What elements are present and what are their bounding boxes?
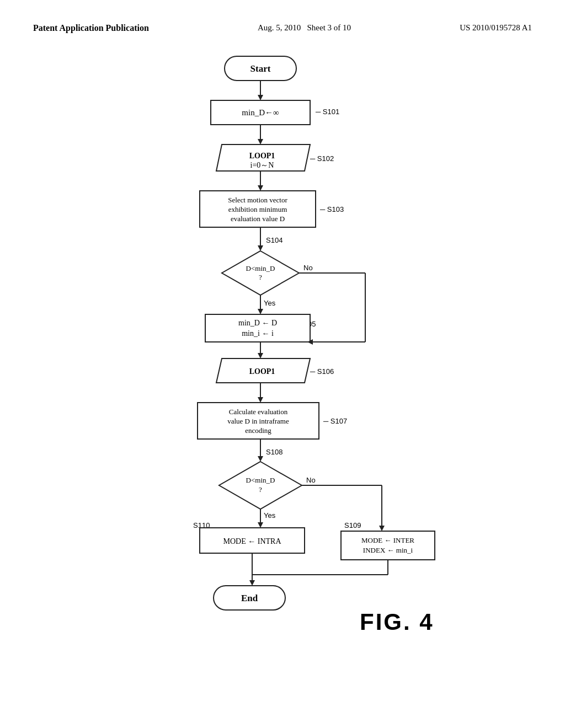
- s107-text1: Calculate evaluation: [229, 408, 288, 416]
- svg-marker-2: [258, 95, 263, 100]
- svg-rect-36: [341, 531, 435, 560]
- s108-yes-label: Yes: [264, 511, 276, 520]
- s104-text1: D<min_D: [246, 264, 275, 272]
- svg-marker-25: [258, 397, 263, 403]
- s109-text2: INDEX ← min_i: [363, 546, 413, 554]
- fig-label: FIG. 4: [360, 609, 434, 635]
- s105-text2: min_i ← i: [242, 329, 274, 338]
- s103-text3: evaluation value D: [231, 215, 285, 223]
- publication-title: Patent Application Publication: [33, 22, 149, 34]
- s108-text2: ?: [259, 485, 262, 494]
- flowchart-container: Start min_D←∞ ─ S101 LOOP1 i=0～N ─ S102 …: [89, 45, 476, 654]
- start-label: Start: [250, 63, 271, 74]
- s108-no-label: No: [306, 476, 316, 484]
- s104-text2: ?: [259, 273, 262, 281]
- svg-marker-41: [249, 580, 255, 586]
- s106-label: ─ S106: [310, 367, 334, 376]
- s104-no-label: No: [303, 264, 313, 272]
- s110-text: MODE ← INTRA: [223, 537, 282, 545]
- svg-marker-14: [258, 309, 263, 314]
- s103-label: ─ S103: [319, 205, 344, 213]
- page-header: Patent Application Publication Aug. 5, 2…: [0, 0, 565, 45]
- s109-text1: MODE ← INTER: [361, 536, 414, 544]
- s109-label: S109: [344, 521, 361, 529]
- svg-marker-22: [258, 353, 263, 358]
- svg-marker-31: [258, 522, 263, 528]
- s102-text1: LOOP1: [249, 152, 275, 160]
- publication-date: Aug. 5, 2010 Sheet 3 of 10: [258, 22, 351, 33]
- s102-label: ─ S102: [310, 154, 334, 163]
- patent-number: US 2010/0195728 A1: [460, 22, 532, 33]
- svg-marker-8: [258, 185, 263, 191]
- svg-marker-5: [258, 139, 263, 144]
- end-label: End: [241, 593, 258, 603]
- s107-text2: value D in intraframe: [227, 417, 289, 425]
- s107-text3: encoding: [245, 426, 271, 435]
- flowchart-svg: Start min_D←∞ ─ S101 LOOP1 i=0～N ─ S102 …: [89, 45, 476, 652]
- s107-label: ─ S107: [323, 417, 347, 425]
- s103-text1: Select motion vector: [228, 196, 287, 204]
- svg-marker-11: [258, 245, 263, 251]
- s104-label: S104: [266, 236, 282, 244]
- s103-text2: exhibition minimum: [228, 205, 287, 213]
- svg-marker-28: [258, 456, 263, 462]
- s101-label: ─ S101: [315, 108, 339, 116]
- s101-text: min_D←∞: [242, 108, 279, 117]
- s105-text1: min_D ← D: [238, 319, 277, 327]
- s102-text2: i=0～N: [250, 161, 274, 169]
- s106-text: LOOP1: [249, 367, 275, 376]
- svg-marker-34: [379, 526, 385, 531]
- s108-label: S108: [266, 448, 282, 456]
- s108-text1: D<min_D: [246, 476, 275, 484]
- s104-yes-label: Yes: [264, 299, 276, 307]
